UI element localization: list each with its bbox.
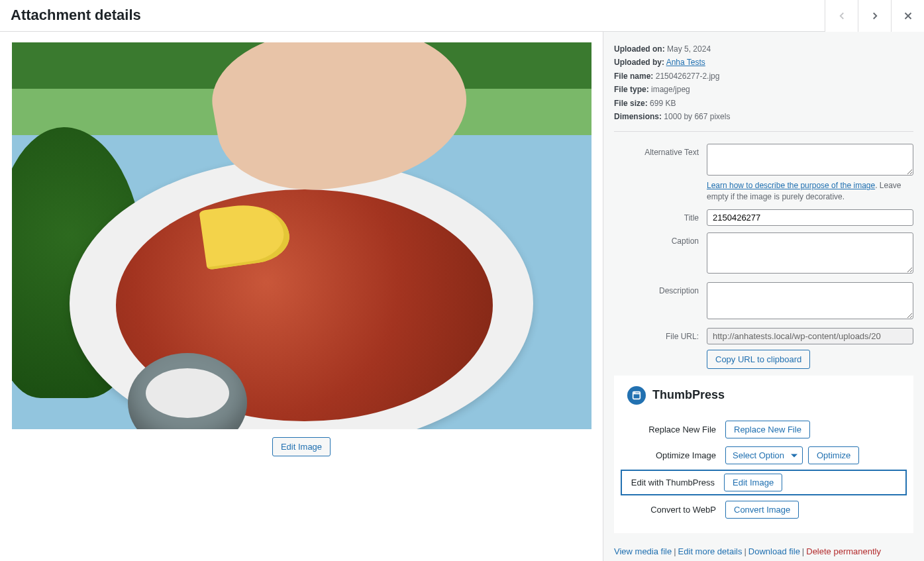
- title-input[interactable]: [707, 209, 913, 226]
- image-preview: [12, 42, 591, 429]
- chevron-right-icon: [869, 10, 881, 22]
- tp-edit-button[interactable]: Edit Image: [724, 474, 782, 491]
- file-url-row: File URL: Copy URL to clipboard: [614, 328, 913, 369]
- tp-convert-row: Convert to WebP Convert Image: [621, 497, 907, 523]
- close-button[interactable]: [891, 0, 924, 32]
- tp-optimize-select[interactable]: Select Option: [725, 446, 803, 464]
- caption-row: Caption: [614, 232, 913, 276]
- tp-replace-row: Replace New File Replace New File: [621, 417, 907, 442]
- title-label: Title: [614, 209, 707, 226]
- delete-link[interactable]: Delete permanently: [806, 546, 881, 556]
- svg-rect-0: [633, 392, 641, 399]
- tp-replace-label: Replace New File: [621, 425, 720, 434]
- meta-file-name: File name: 2150426277-2.jpg: [614, 70, 913, 83]
- tp-edit-row: Edit with ThumbPress Edit Image: [621, 470, 907, 495]
- title-row: Title: [614, 209, 913, 226]
- edit-image-button[interactable]: Edit Image: [272, 437, 331, 456]
- description-input[interactable]: [707, 282, 913, 319]
- thumbpress-header: ThumbPress: [621, 386, 907, 405]
- alt-help-link[interactable]: Learn how to describe the purpose of the…: [707, 181, 875, 190]
- alt-text-input[interactable]: [707, 144, 913, 176]
- tp-edit-label: Edit with ThumbPress: [625, 478, 719, 487]
- details-sidebar: Uploaded on: May 5, 2024 Uploaded by: An…: [603, 32, 924, 561]
- header-nav: [825, 0, 924, 32]
- tp-convert-button[interactable]: Convert Image: [725, 501, 799, 519]
- thumbpress-panel: ThumbPress Replace New File Replace New …: [614, 376, 913, 533]
- modal-title: Attachment details: [11, 7, 141, 24]
- meta-dimensions: Dimensions: 1000 by 667 pixels: [614, 110, 913, 123]
- download-link[interactable]: Download file: [748, 546, 800, 556]
- tp-optimize-row: Optimize Image Select Option Optimize: [621, 442, 907, 468]
- media-column: Edit Image: [0, 32, 603, 561]
- divider: [614, 131, 913, 132]
- chevron-left-icon: [836, 10, 848, 22]
- meta-uploaded-on: Uploaded on: May 5, 2024: [614, 42, 913, 56]
- modal-header: Attachment details: [0, 0, 924, 32]
- file-url-label: File URL:: [614, 328, 707, 369]
- caption-label: Caption: [614, 232, 707, 276]
- view-media-link[interactable]: View media file: [614, 546, 672, 556]
- close-icon: [902, 10, 914, 22]
- next-button[interactable]: [858, 0, 891, 32]
- meta-file-type: File type: image/jpeg: [614, 83, 913, 96]
- meta-uploaded-by: Uploaded by: Anha Tests: [614, 56, 913, 69]
- caption-input[interactable]: [707, 232, 913, 274]
- thumbpress-title: ThumbPress: [652, 388, 725, 402]
- alt-text-row: Alternative Text Learn how to describe t…: [614, 144, 913, 203]
- modal-content: Edit Image Uploaded on: May 5, 2024 Uplo…: [0, 32, 924, 561]
- edit-more-link[interactable]: Edit more details: [678, 546, 743, 556]
- copy-url-button[interactable]: Copy URL to clipboard: [707, 350, 810, 369]
- tp-convert-label: Convert to WebP: [621, 505, 720, 515]
- actions-line: View media file|Edit more details|Downlo…: [614, 545, 913, 559]
- description-row: Description: [614, 282, 913, 321]
- tp-optimize-label: Optimize Image: [621, 450, 720, 460]
- alt-text-label: Alternative Text: [614, 144, 707, 203]
- file-url-input[interactable]: [707, 328, 913, 344]
- uploaded-by-link[interactable]: Anha Tests: [666, 58, 705, 67]
- tp-replace-button[interactable]: Replace New File: [725, 421, 810, 438]
- tp-optimize-button[interactable]: Optimize: [808, 446, 859, 464]
- prev-button[interactable]: [825, 0, 858, 32]
- alt-help-text: Learn how to describe the purpose of the…: [707, 180, 913, 203]
- thumbpress-logo-icon: [627, 386, 646, 405]
- description-label: Description: [614, 282, 707, 321]
- meta-file-size: File size: 699 KB: [614, 97, 913, 110]
